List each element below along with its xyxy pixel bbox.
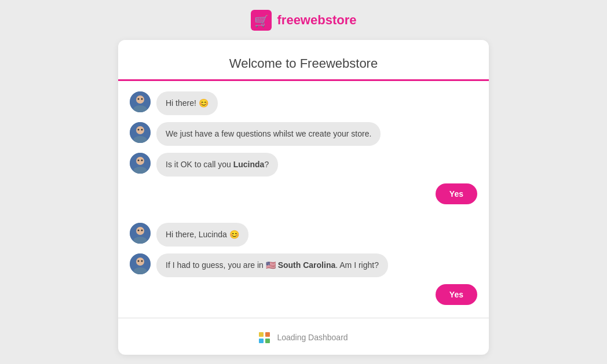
yes-button-2[interactable]: Yes <box>436 284 477 305</box>
chat-area: Hi there! 😊 We just have a few questions… <box>118 81 489 315</box>
dot-1 <box>259 332 264 337</box>
svg-text:🛒: 🛒 <box>254 14 269 28</box>
bubble-1: Hi there! 😊 <box>156 91 218 115</box>
bubble-5: If I had to guess, you are in 🇺🇸 South C… <box>156 253 388 277</box>
bubble-2: We just have a few questions whilst we c… <box>156 122 381 146</box>
avatar-2 <box>130 122 151 143</box>
loading-dots-icon <box>259 332 270 343</box>
welcome-card: Welcome to Freewebstore Hi there! 😊 <box>118 40 489 355</box>
loading-text: Loading Dashboard <box>277 333 348 342</box>
loading-area: Loading Dashboard <box>118 321 489 355</box>
svg-point-10 <box>138 128 140 130</box>
top-bar: 🛒 freewebstore <box>251 10 357 31</box>
yes-button-row-2: Yes <box>130 284 477 305</box>
dot-4 <box>265 339 270 343</box>
avatar-4 <box>130 223 151 244</box>
svg-point-5 <box>138 98 140 100</box>
svg-point-15 <box>138 159 140 161</box>
user-name-bold: Lucinda <box>233 160 265 169</box>
avatar-3 <box>130 153 151 174</box>
card-title: Welcome to Freewebstore <box>130 56 477 71</box>
svg-point-6 <box>141 98 143 100</box>
yes-button-1[interactable]: Yes <box>436 183 477 204</box>
divider <box>118 318 489 318</box>
svg-point-26 <box>141 260 143 262</box>
chat-row-5: If I had to guess, you are in 🇺🇸 South C… <box>130 253 477 277</box>
dot-2 <box>265 332 270 337</box>
avatar-1 <box>130 91 151 112</box>
bubble-4: Hi there, Lucinda 😊 <box>156 223 248 247</box>
svg-point-18 <box>136 227 144 235</box>
card-title-bar: Welcome to Freewebstore <box>118 40 489 81</box>
state-name-bold: South Carolina <box>278 260 336 270</box>
chat-row-3: Is it OK to call you Lucinda? <box>130 153 477 177</box>
svg-point-20 <box>138 229 140 231</box>
svg-point-8 <box>136 126 144 134</box>
svg-point-21 <box>141 229 143 231</box>
avatar-5 <box>130 253 151 274</box>
chat-row-4: Hi there, Lucinda 😊 <box>130 223 477 247</box>
bubble-3: Is it OK to call you Lucinda? <box>156 153 278 177</box>
brand-name: freewebstore <box>277 13 357 28</box>
dot-3 <box>259 339 264 343</box>
svg-point-23 <box>136 258 144 266</box>
chat-row-2: We just have a few questions whilst we c… <box>130 122 477 146</box>
brand-logo-icon: 🛒 <box>251 10 272 31</box>
chat-row-1: Hi there! 😊 <box>130 91 477 115</box>
svg-point-13 <box>136 157 144 165</box>
yes-button-row-1: Yes <box>130 183 477 204</box>
svg-point-3 <box>136 95 144 104</box>
svg-point-25 <box>138 260 140 262</box>
svg-point-16 <box>141 159 143 161</box>
svg-point-11 <box>141 128 143 130</box>
